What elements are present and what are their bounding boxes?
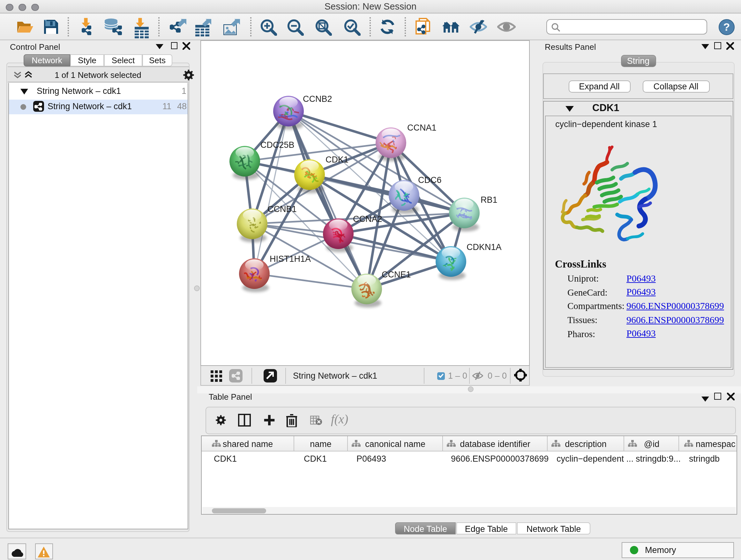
svg-text:CCNE1: CCNE1 [382, 270, 411, 279]
svg-text:CCNA2: CCNA2 [353, 214, 382, 224]
svg-text:RB1: RB1 [481, 195, 497, 205]
svg-text:CDC6: CDC6 [418, 175, 442, 185]
svg-text:CCNA1: CCNA1 [407, 123, 436, 132]
svg-text:CDKN1A: CDKN1A [467, 242, 502, 252]
svg-text:HIST1H1A: HIST1H1A [270, 254, 311, 264]
svg-text:CCNB1: CCNB1 [267, 204, 297, 214]
svg-text:CDK1: CDK1 [326, 155, 348, 165]
svg-text:CDC25B: CDC25B [260, 140, 294, 150]
svg-text:CCNB2: CCNB2 [303, 94, 332, 104]
